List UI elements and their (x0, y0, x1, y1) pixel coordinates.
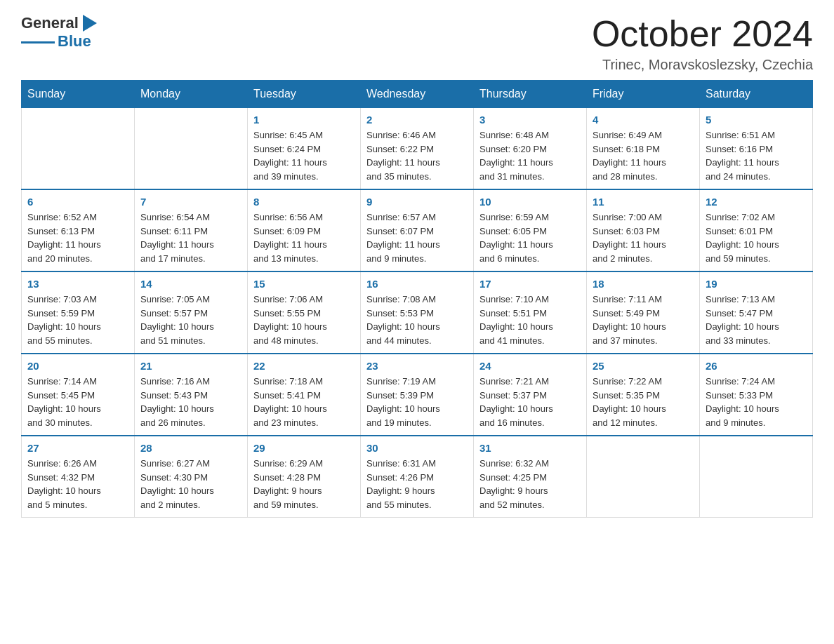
day-info: Sunrise: 7:06 AM Sunset: 5:55 PM Dayligh… (253, 293, 355, 347)
calendar-day-cell: 25Sunrise: 7:22 AM Sunset: 5:35 PM Dayli… (587, 354, 700, 436)
calendar-day-cell (135, 108, 248, 190)
day-info: Sunrise: 7:10 AM Sunset: 5:51 PM Dayligh… (479, 293, 581, 347)
day-info: Sunrise: 7:13 AM Sunset: 5:47 PM Dayligh… (706, 293, 807, 347)
calendar-day-cell (22, 108, 135, 190)
calendar-day-cell: 13Sunrise: 7:03 AM Sunset: 5:59 PM Dayli… (22, 271, 135, 354)
day-info: Sunrise: 7:18 AM Sunset: 5:41 PM Dayligh… (253, 375, 355, 429)
calendar-day-cell: 3Sunrise: 6:48 AM Sunset: 6:20 PM Daylig… (474, 108, 587, 190)
page-header: General Blue October 2024 Trinec, Moravs… (21, 14, 813, 73)
day-number: 19 (706, 278, 807, 290)
day-number: 13 (27, 278, 128, 290)
calendar-day-cell: 18Sunrise: 7:11 AM Sunset: 5:49 PM Dayli… (587, 271, 700, 354)
day-number: 17 (479, 278, 581, 290)
day-number: 24 (479, 360, 581, 372)
day-info: Sunrise: 7:00 AM Sunset: 6:03 PM Dayligh… (593, 210, 694, 265)
day-info: Sunrise: 7:24 AM Sunset: 5:33 PM Dayligh… (706, 375, 807, 429)
day-number: 22 (253, 360, 355, 372)
calendar-day-cell: 12Sunrise: 7:02 AM Sunset: 6:01 PM Dayli… (700, 189, 813, 271)
logo-triangle-icon (83, 15, 97, 32)
calendar-week-row: 13Sunrise: 7:03 AM Sunset: 5:59 PM Dayli… (22, 271, 813, 354)
day-number: 12 (706, 196, 807, 208)
day-info: Sunrise: 6:31 AM Sunset: 4:26 PM Dayligh… (366, 457, 468, 511)
calendar-header-monday: Monday (135, 81, 248, 108)
location-text: Trinec, Moravskoslezsky, Czechia (592, 57, 813, 73)
day-number: 8 (253, 196, 355, 208)
calendar-day-cell: 22Sunrise: 7:18 AM Sunset: 5:41 PM Dayli… (248, 354, 361, 436)
day-number: 10 (479, 196, 581, 208)
day-number: 20 (27, 360, 128, 372)
day-info: Sunrise: 6:57 AM Sunset: 6:07 PM Dayligh… (366, 210, 468, 265)
calendar-day-cell: 11Sunrise: 7:00 AM Sunset: 6:03 PM Dayli… (587, 189, 700, 271)
calendar-day-cell: 2Sunrise: 6:46 AM Sunset: 6:22 PM Daylig… (361, 108, 474, 190)
calendar-day-cell: 27Sunrise: 6:26 AM Sunset: 4:32 PM Dayli… (22, 436, 135, 518)
calendar-week-row: 6Sunrise: 6:52 AM Sunset: 6:13 PM Daylig… (22, 189, 813, 271)
calendar-day-cell: 1Sunrise: 6:45 AM Sunset: 6:24 PM Daylig… (248, 108, 361, 190)
calendar-header-wednesday: Wednesday (361, 81, 474, 108)
day-number: 9 (366, 196, 468, 208)
day-number: 29 (253, 442, 355, 454)
calendar-week-row: 20Sunrise: 7:14 AM Sunset: 5:45 PM Dayli… (22, 354, 813, 436)
calendar-day-cell: 4Sunrise: 6:49 AM Sunset: 6:18 PM Daylig… (587, 108, 700, 190)
day-number: 2 (366, 114, 468, 126)
calendar-day-cell: 5Sunrise: 6:51 AM Sunset: 6:16 PM Daylig… (700, 108, 813, 190)
calendar-day-cell (700, 436, 813, 518)
calendar-day-cell: 21Sunrise: 7:16 AM Sunset: 5:43 PM Dayli… (135, 354, 248, 436)
calendar-day-cell: 9Sunrise: 6:57 AM Sunset: 6:07 PM Daylig… (361, 189, 474, 271)
day-info: Sunrise: 6:56 AM Sunset: 6:09 PM Dayligh… (253, 210, 355, 265)
calendar-day-cell: 10Sunrise: 6:59 AM Sunset: 6:05 PM Dayli… (474, 189, 587, 271)
month-title: October 2024 (592, 14, 813, 54)
day-info: Sunrise: 6:54 AM Sunset: 6:11 PM Dayligh… (140, 210, 241, 265)
calendar-day-cell: 6Sunrise: 6:52 AM Sunset: 6:13 PM Daylig… (22, 189, 135, 271)
day-info: Sunrise: 6:32 AM Sunset: 4:25 PM Dayligh… (479, 457, 581, 511)
day-number: 15 (253, 278, 355, 290)
day-number: 27 (27, 442, 128, 454)
calendar-header-row: SundayMondayTuesdayWednesdayThursdayFrid… (22, 81, 813, 108)
calendar-day-cell: 20Sunrise: 7:14 AM Sunset: 5:45 PM Dayli… (22, 354, 135, 436)
day-info: Sunrise: 6:27 AM Sunset: 4:30 PM Dayligh… (140, 457, 241, 511)
day-number: 5 (706, 114, 807, 126)
calendar-day-cell (587, 436, 700, 518)
day-number: 4 (593, 114, 694, 126)
day-number: 31 (479, 442, 581, 454)
day-info: Sunrise: 6:52 AM Sunset: 6:13 PM Dayligh… (27, 210, 128, 265)
day-info: Sunrise: 7:16 AM Sunset: 5:43 PM Dayligh… (140, 375, 241, 429)
calendar-day-cell: 14Sunrise: 7:05 AM Sunset: 5:57 PM Dayli… (135, 271, 248, 354)
logo-general-text: General (21, 14, 79, 32)
calendar-day-cell: 29Sunrise: 6:29 AM Sunset: 4:28 PM Dayli… (248, 436, 361, 518)
calendar-header-sunday: Sunday (22, 81, 135, 108)
title-section: October 2024 Trinec, Moravskoslezsky, Cz… (592, 14, 813, 73)
day-number: 30 (366, 442, 468, 454)
day-number: 14 (140, 278, 241, 290)
day-info: Sunrise: 7:03 AM Sunset: 5:59 PM Dayligh… (27, 293, 128, 347)
day-number: 7 (140, 196, 241, 208)
calendar-header-saturday: Saturday (700, 81, 813, 108)
calendar-day-cell: 16Sunrise: 7:08 AM Sunset: 5:53 PM Dayli… (361, 271, 474, 354)
day-info: Sunrise: 7:21 AM Sunset: 5:37 PM Dayligh… (479, 375, 581, 429)
day-number: 18 (593, 278, 694, 290)
day-info: Sunrise: 7:05 AM Sunset: 5:57 PM Dayligh… (140, 293, 241, 347)
calendar-header-thursday: Thursday (474, 81, 587, 108)
day-number: 11 (593, 196, 694, 208)
calendar-day-cell: 8Sunrise: 6:56 AM Sunset: 6:09 PM Daylig… (248, 189, 361, 271)
day-info: Sunrise: 6:49 AM Sunset: 6:18 PM Dayligh… (593, 128, 694, 183)
day-number: 6 (27, 196, 128, 208)
calendar-header-friday: Friday (587, 81, 700, 108)
logo: General Blue (21, 14, 98, 51)
calendar-day-cell: 28Sunrise: 6:27 AM Sunset: 4:30 PM Dayli… (135, 436, 248, 518)
day-number: 23 (366, 360, 468, 372)
day-number: 16 (366, 278, 468, 290)
day-info: Sunrise: 7:14 AM Sunset: 5:45 PM Dayligh… (27, 375, 128, 429)
calendar-day-cell: 17Sunrise: 7:10 AM Sunset: 5:51 PM Dayli… (474, 271, 587, 354)
logo-bar (21, 41, 55, 43)
calendar-day-cell: 15Sunrise: 7:06 AM Sunset: 5:55 PM Dayli… (248, 271, 361, 354)
calendar-day-cell: 19Sunrise: 7:13 AM Sunset: 5:47 PM Dayli… (700, 271, 813, 354)
day-info: Sunrise: 7:22 AM Sunset: 5:35 PM Dayligh… (593, 375, 694, 429)
calendar-day-cell: 24Sunrise: 7:21 AM Sunset: 5:37 PM Dayli… (474, 354, 587, 436)
day-info: Sunrise: 7:19 AM Sunset: 5:39 PM Dayligh… (366, 375, 468, 429)
day-info: Sunrise: 6:46 AM Sunset: 6:22 PM Dayligh… (366, 128, 468, 183)
calendar-table: SundayMondayTuesdayWednesdayThursdayFrid… (21, 80, 813, 518)
calendar-day-cell: 31Sunrise: 6:32 AM Sunset: 4:25 PM Dayli… (474, 436, 587, 518)
logo-blue-text: Blue (58, 32, 91, 51)
day-info: Sunrise: 6:48 AM Sunset: 6:20 PM Dayligh… (479, 128, 581, 183)
day-number: 25 (593, 360, 694, 372)
